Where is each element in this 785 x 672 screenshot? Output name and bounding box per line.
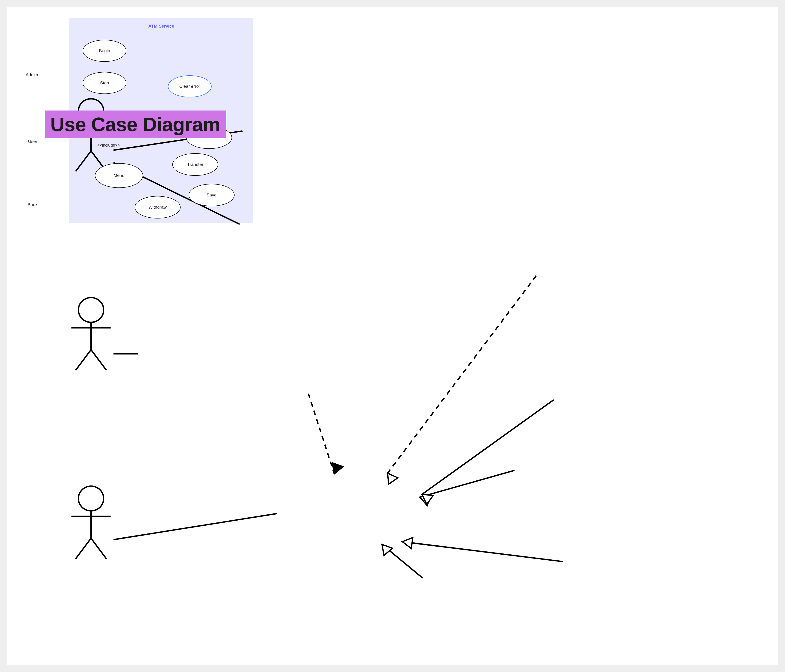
- actor-figure-user: [72, 297, 111, 370]
- usecase-clearerror: Clear error: [168, 75, 211, 97]
- svg-line-24: [388, 276, 536, 473]
- svg-line-21: [402, 542, 563, 562]
- usecase-save: Save: [189, 184, 235, 206]
- actor-label-bank: Bank: [28, 202, 38, 207]
- svg-line-9: [91, 350, 106, 370]
- svg-line-18: [114, 514, 277, 539]
- svg-line-8: [75, 350, 91, 370]
- usecase-label-save: Save: [206, 192, 216, 198]
- include-relation-label: <<include>>: [97, 143, 120, 148]
- usecase-menu: Menu: [95, 163, 143, 188]
- usecase-begin: Begin: [83, 40, 127, 62]
- usecase-label-menu: Menu: [114, 173, 125, 178]
- title-banner: Use Case Diagram: [45, 111, 226, 138]
- usecase-stop: Stop: [83, 72, 127, 94]
- svg-line-20: [422, 400, 554, 494]
- svg-line-13: [75, 538, 91, 559]
- svg-point-10: [78, 486, 103, 511]
- usecase-transfer: Transfer: [172, 153, 218, 176]
- actor-figure-bank: [72, 486, 111, 559]
- system-boundary-label: ATM Service: [69, 23, 253, 29]
- svg-line-19: [420, 470, 514, 497]
- diagram-stage: ATM Service BeginStopClear errorMenuTran…: [7, 7, 778, 665]
- usecase-label-begin: Begin: [99, 48, 110, 53]
- svg-line-22: [382, 544, 423, 578]
- usecase-withdraw: Withdraw: [134, 196, 181, 219]
- usecase-label-withdraw: Withdraw: [149, 205, 167, 210]
- page-canvas: ATM Service BeginStopClear errorMenuTran…: [7, 7, 778, 665]
- actor-label-admin: Admin: [26, 72, 38, 77]
- usecase-label-clearerror: Clear error: [180, 84, 200, 89]
- svg-point-5: [78, 297, 103, 322]
- usecase-label-transfer: Transfer: [187, 162, 203, 167]
- svg-line-23: [308, 394, 334, 474]
- usecase-label-stop: Stop: [100, 80, 109, 86]
- title-banner-text: Use Case Diagram: [50, 113, 220, 136]
- actor-label-user: User: [28, 139, 37, 144]
- svg-line-14: [91, 538, 106, 559]
